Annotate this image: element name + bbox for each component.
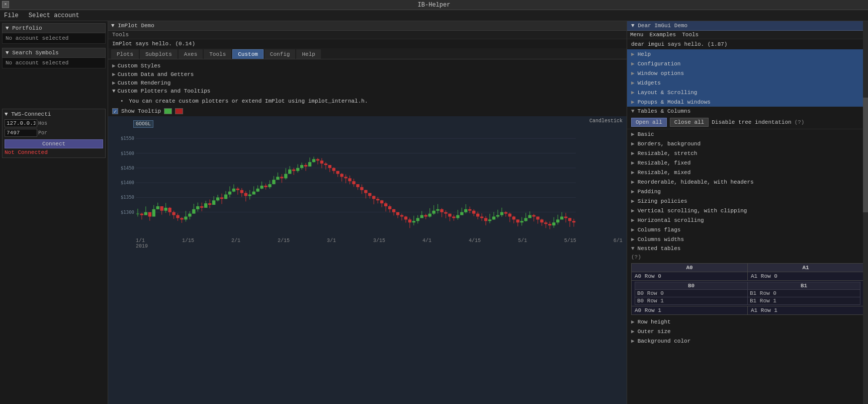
dear-imgui-menu[interactable]: Menu [630, 32, 643, 38]
host-input[interactable] [5, 119, 37, 127]
close-button[interactable]: × [2, 1, 9, 8]
color-swatch-red[interactable] [175, 108, 183, 114]
inner-b0-row1: B0 Row 1 [635, 297, 748, 305]
implot-header[interactable]: ▼ ImPlot Demo [108, 21, 627, 31]
tree-custom-plotters[interactable]: ▼ Custom Plotters and Tooltips [112, 87, 623, 95]
rtree-widgets[interactable]: ▶ Widgets [627, 78, 868, 88]
close-all-button[interactable]: Close all [670, 118, 709, 127]
tws-section: ▼ TWS-Connecti Hos Por Connect Not Conne… [2, 109, 106, 158]
inner-col-b1: B1 [748, 282, 860, 290]
resizable-stretch-arrow: ▶ [631, 150, 635, 156]
file-menu[interactable]: File [2, 11, 21, 20]
rtree-outer-size[interactable]: ▶ Outer size [627, 327, 868, 336]
bullet: • [120, 98, 124, 104]
rtree-sizing[interactable]: ▶ Sizing policies [627, 196, 868, 206]
tree-custom-styles[interactable]: ▶ Custom Styles [112, 61, 623, 70]
implot-greeting-text: ImPlot says hello. (0.14) [112, 41, 195, 47]
rtree-horizontal-scroll[interactable]: ▶ Horizontal scrolling [627, 215, 868, 225]
outer-a1-row1: A1 Row 1 [748, 306, 864, 315]
widgets-arrow: ▶ [631, 79, 635, 86]
implot-greeting: ImPlot says hello. (0.14) [108, 39, 627, 48]
outer-a0-row1: A0 Row 1 [632, 306, 748, 315]
dear-imgui-header[interactable]: ▼ Dear ImGui Demo [627, 21, 868, 31]
rtree-resizable-stretch[interactable]: ▶ Resizable, stretch [627, 148, 868, 158]
x-label-0: 1/1 [136, 238, 145, 244]
portfolio-account-text: No account selected [6, 35, 68, 41]
rtree-tables-columns[interactable]: ▼ Tables & Columns [627, 107, 868, 116]
host-row: Hos [5, 119, 103, 127]
port-input[interactable] [5, 129, 37, 137]
connect-button-tws[interactable]: Connect [5, 139, 103, 148]
tree-custom-data[interactable]: ▶ Custom Data and Getters [112, 70, 623, 78]
tab-subplots[interactable]: Subplots [140, 49, 178, 59]
right-tree: ▶ Help ▶ Configuration ▶ Window options … [627, 49, 868, 404]
show-tooltip-checkbox[interactable]: ✓ [112, 108, 118, 114]
bg-color-label: Background color [638, 338, 691, 344]
window-options-label: Window options [638, 70, 684, 76]
x-label-4: 3/1 [327, 238, 336, 244]
implot-tabs: Plots Subplots Axes Tools Custom Config … [108, 48, 627, 59]
search-symbols-account-text: No account selected [6, 60, 68, 66]
tab-help[interactable]: Help [296, 49, 320, 59]
rtree-basic[interactable]: ▶ Basic [627, 129, 868, 139]
outer-col-a1: A1 [748, 264, 864, 272]
show-tooltip-label: Show Tooltip [121, 108, 161, 114]
rtree-window-options[interactable]: ▶ Window options [627, 68, 868, 78]
layout-label: Layout & Scrolling [638, 90, 698, 96]
rtree-background-color[interactable]: ▶ Background color [627, 336, 868, 346]
tab-config[interactable]: Config [265, 49, 296, 59]
bg-color-arrow: ▶ [631, 338, 635, 344]
rtree-layout-scrolling[interactable]: ▶ Layout & Scrolling [627, 88, 868, 97]
search-symbols-section: ▼ Search Symbols No account selected [2, 48, 106, 68]
tree-custom-rendering[interactable]: ▶ Custom Rendering [112, 78, 623, 87]
rtree-nested-tables[interactable]: ▼ Nested tables [627, 244, 868, 253]
tooltip-description: You can create custom plotters or extend… [129, 98, 368, 104]
hscroll-label: Horizontal scrolling [638, 217, 704, 223]
select-account-menu[interactable]: Select account [27, 11, 81, 20]
cols-widths-arrow: ▶ [631, 236, 635, 243]
rtree-popups[interactable]: ▶ Popups & Modal windows [627, 97, 868, 107]
x-label-7: 4/15 [469, 238, 481, 244]
color-swatch-green[interactable] [164, 108, 172, 114]
tab-custom[interactable]: Custom [232, 49, 264, 59]
reorderable-arrow: ▶ [631, 179, 635, 185]
rtree-resizable-fixed[interactable]: ▶ Resizable, fixed [627, 158, 868, 168]
rtree-row-height[interactable]: ▶ Row height [627, 317, 868, 327]
outer-row-1: A0 Row 1 A1 Row 1 [632, 306, 864, 315]
cols-flags-label: Columns flags [638, 227, 681, 233]
basic-arrow: ▶ [631, 131, 635, 137]
tab-tools[interactable]: Tools [204, 49, 231, 59]
rtree-vertical-scroll[interactable]: ▶ Vertical scrolling, with clipping [627, 206, 868, 215]
rtree-columns-flags[interactable]: ▶ Columns flags [627, 225, 868, 234]
inner-table-cell: B0 B1 B0 Row 0 B1 Row 0 [632, 281, 864, 306]
tws-header[interactable]: ▼ TWS-Connecti [5, 111, 103, 117]
layout-arrow: ▶ [631, 89, 635, 96]
rtree-reorderable[interactable]: ▶ Reorderable, hideable, with headers [627, 177, 868, 187]
outer-col-a0: A0 [632, 264, 748, 272]
rtree-configuration[interactable]: ▶ Configuration [627, 59, 868, 68]
tab-axes[interactable]: Axes [179, 49, 203, 59]
portfolio-content: No account selected [2, 33, 106, 44]
search-symbols-header[interactable]: ▼ Search Symbols [2, 48, 106, 58]
rtree-resizable-mixed[interactable]: ▶ Resizable, mixed [627, 168, 868, 177]
x-label-5: 3/15 [373, 238, 385, 244]
x-label-2: 2/1 [231, 238, 240, 244]
rtree-help[interactable]: ▶ Help [627, 49, 868, 59]
x-axis: 1/1 1/15 2/1 2/15 3/1 3/15 4/1 4/15 5/1 … [108, 237, 627, 244]
tab-plots[interactable]: Plots [111, 49, 139, 59]
rtree-padding[interactable]: ▶ Padding [627, 187, 868, 196]
right-panel-scrollbar[interactable] [863, 21, 868, 404]
custom-data-label: Custom Data and Getters [118, 71, 194, 77]
x-label-6: 4/1 [422, 238, 431, 244]
custom-styles-arrow: ▶ [112, 62, 116, 69]
dear-imgui-examples[interactable]: Examples [649, 32, 676, 38]
rtree-columns-widths[interactable]: ▶ Columns widths [627, 234, 868, 244]
scrollbar-thumb[interactable] [863, 98, 868, 212]
portfolio-header[interactable]: ▼ Portfolio [2, 23, 106, 33]
rtree-borders[interactable]: ▶ Borders, background [627, 139, 868, 148]
candlestick-chart: Candlestick GOOGL 1/1 1/15 2/1 2/15 3/1 … [108, 116, 627, 404]
dear-imgui-tools[interactable]: Tools [682, 32, 699, 38]
open-all-button[interactable]: Open all [631, 118, 667, 127]
x-label-3: 2/15 [278, 238, 290, 244]
row-height-label: Row height [638, 319, 671, 325]
